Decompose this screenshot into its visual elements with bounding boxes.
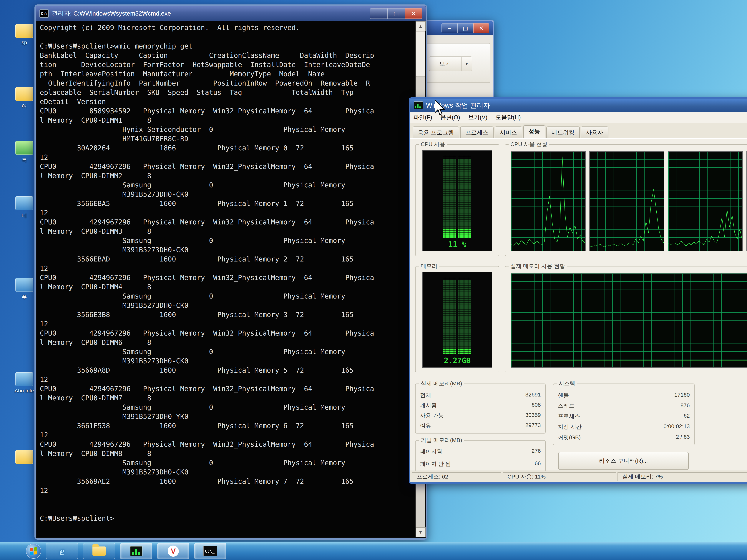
menu-help[interactable]: 도움말(H) — [496, 113, 521, 121]
cmd-window: C:\ 관리자: C:₩Windows₩system32₩cmd.exe – ▢… — [34, 4, 427, 540]
scroll-up-icon[interactable]: ▲ — [416, 21, 426, 31]
app-icon — [16, 372, 33, 386]
close-icon[interactable]: ✕ — [405, 8, 422, 19]
kernel-memory-group-title: 커널 메모리(MB) — [419, 436, 464, 444]
memory-history-group: 실제 메모리 사용 현황 — [505, 266, 747, 372]
cpu-usage-group: CPU 사용 11 % — [415, 144, 499, 256]
memory-history-group-title: 실제 메모리 사용 현황 — [509, 262, 567, 270]
memory-history-graph — [511, 273, 747, 368]
tab-applications[interactable]: 응용 프로그램 — [413, 127, 459, 138]
task-manager-titlebar[interactable]: Windows 작업 관리자 — [410, 99, 747, 112]
cpu-history-graph — [511, 151, 586, 251]
folder-icon — [16, 87, 33, 101]
taskbar-task-manager[interactable] — [120, 543, 152, 559]
tab-performance[interactable]: 성능 — [523, 125, 545, 138]
cpu-led-column — [458, 155, 471, 238]
taskbar-internet-explorer[interactable]: e — [46, 543, 78, 559]
desktop-icon-label: 특 — [10, 156, 38, 163]
desktop-icon[interactable]: 푸 — [10, 278, 38, 300]
background-window-toolbar: 보기 ▼ — [424, 43, 490, 83]
app-icon — [16, 196, 33, 210]
cmd-icon: C:\ — [40, 9, 49, 18]
cpu-history-panels — [511, 151, 747, 251]
cmd-terminal-area[interactable]: Copyright (c) 2009 Microsoft Corporation… — [37, 21, 416, 537]
system-group-title: 시스템 — [557, 380, 577, 388]
memory-led-column — [443, 277, 456, 354]
resource-monitor-button[interactable]: 리소스 모니터(R)... — [558, 452, 689, 470]
menu-file[interactable]: 파일(F) — [413, 113, 432, 121]
scrollbar-thumb[interactable] — [416, 32, 425, 77]
stat-row: 페이지됨276 — [420, 448, 541, 455]
folder-icon — [16, 450, 33, 464]
desktop-icon[interactable]: Ahn Inte — [10, 372, 38, 394]
task-manager-menubar: 파일(F) 옵션(O) 보기(V) 도움말(H) — [410, 112, 747, 123]
memory-gauge-group: 메모리 2.27GB — [415, 266, 499, 372]
v3-antivirus-icon: V — [168, 545, 179, 557]
tab-services[interactable]: 서비스 — [495, 127, 522, 138]
desktop-icon-label: 여 — [10, 103, 38, 110]
memory-history-panel-row — [511, 273, 747, 368]
cmd-icon: C:\_ — [203, 546, 217, 556]
folder-icon — [16, 24, 33, 38]
task-manager-tabs: 응용 프로그램 프로세스 서비스 성능 네트워킹 사용자 — [410, 123, 747, 138]
desktop-icon-label: sp — [10, 39, 38, 46]
tab-networking[interactable]: 네트워킹 — [546, 127, 580, 138]
windows-logo-icon — [30, 547, 37, 555]
menu-view[interactable]: 보기(V) — [468, 113, 487, 121]
physical-memory-group-title: 실제 메모리(MB) — [419, 380, 464, 388]
stat-row: 캐시됨608 — [420, 402, 541, 409]
kernel-memory-rows: 페이지됨276페이지 안 됨66 — [420, 445, 541, 470]
desktop-icon[interactable]: sp — [10, 24, 38, 46]
cpu-led-column — [443, 155, 456, 238]
task-manager-statusbar: 프로세스: 62 CPU 사용: 11% 실제 메모리: 7% — [410, 471, 747, 482]
desktop-icon[interactable] — [10, 450, 38, 465]
chevron-down-icon[interactable]: ▼ — [461, 57, 472, 71]
cmd-titlebar[interactable]: C:\ 관리자: C:₩Windows₩system32₩cmd.exe – ▢… — [36, 6, 426, 21]
maximize-icon[interactable]: ▢ — [387, 8, 405, 19]
system-rows: 핸들17160스레드876프로세스62지정 시간0:00:02:13커밋(GB)… — [558, 390, 690, 443]
stat-row: 전체32691 — [420, 392, 541, 399]
taskbar: e V C:\_ — [0, 542, 747, 560]
task-manager-icon — [414, 102, 423, 109]
desktop-icon[interactable]: 네 — [10, 196, 38, 219]
task-manager-window: Windows 작업 관리자 파일(F) 옵션(O) 보기(V) 도움말(H) … — [409, 98, 747, 484]
desktop-icon-label: 네 — [10, 212, 38, 219]
physical-memory-group: 실제 메모리(MB) 전체32691캐시됨608사용 가능30359여유2977… — [415, 383, 546, 433]
performance-tab-content: CPU 사용 11 % CPU 사용 현황 — [410, 138, 747, 471]
maximize-icon[interactable]: ▢ — [458, 23, 473, 33]
taskbar-command-prompt[interactable]: C:\_ — [194, 543, 226, 559]
task-manager-icon — [130, 546, 143, 556]
cpu-history-group: CPU 사용 현황 — [505, 144, 747, 256]
kernel-memory-group: 커널 메모리(MB) 페이지됨276페이지 안 됨66 — [415, 440, 546, 471]
status-physical-memory: 실제 메모리: 7% — [618, 472, 747, 481]
app-icon — [16, 141, 33, 155]
app-icon — [16, 278, 33, 292]
physical-memory-rows: 전체32691캐시됨608사용 가능30359여유29773 — [420, 390, 541, 431]
taskbar-v3-security[interactable]: V — [157, 543, 189, 559]
scroll-down-icon[interactable]: ▼ — [416, 527, 426, 537]
cmd-output: Copyright (c) 2009 Microsoft Corporation… — [40, 23, 413, 523]
view-button-label: 보기 — [429, 60, 461, 68]
desktop-icon-label: Ahn Inte — [10, 388, 38, 394]
start-button[interactable] — [26, 543, 41, 559]
memory-led-column — [458, 277, 471, 354]
desktop-icon[interactable]: 여 — [10, 87, 38, 110]
stat-row: 페이지 안 됨66 — [420, 460, 541, 468]
memory-gauge: 2.27GB — [422, 272, 492, 368]
desktop-icon-label: 푸 — [10, 293, 38, 300]
taskbar-explorer[interactable] — [83, 543, 115, 559]
cpu-usage-group-title: CPU 사용 — [419, 140, 447, 148]
desktop: sp 여 특 네 푸 Ahn Inte – ▢ ✕ 보기 ▼ C:\ 관리자: … — [0, 0, 747, 560]
tab-processes[interactable]: 프로세스 — [460, 127, 494, 138]
minimize-icon[interactable]: – — [370, 8, 387, 19]
cpu-history-graph — [589, 151, 664, 251]
close-icon[interactable]: ✕ — [473, 23, 489, 33]
desktop-icon[interactable]: 특 — [10, 141, 38, 163]
status-processes: 프로세스: 62 — [412, 472, 501, 481]
memory-gauge-value: 2.27GB — [444, 354, 471, 367]
tab-users[interactable]: 사용자 — [581, 127, 609, 138]
cpu-usage-value: 11 % — [448, 238, 466, 251]
memory-group-title: 메모리 — [419, 262, 439, 270]
minimize-icon[interactable]: – — [441, 23, 458, 33]
view-dropdown-button[interactable]: 보기 ▼ — [429, 56, 472, 71]
